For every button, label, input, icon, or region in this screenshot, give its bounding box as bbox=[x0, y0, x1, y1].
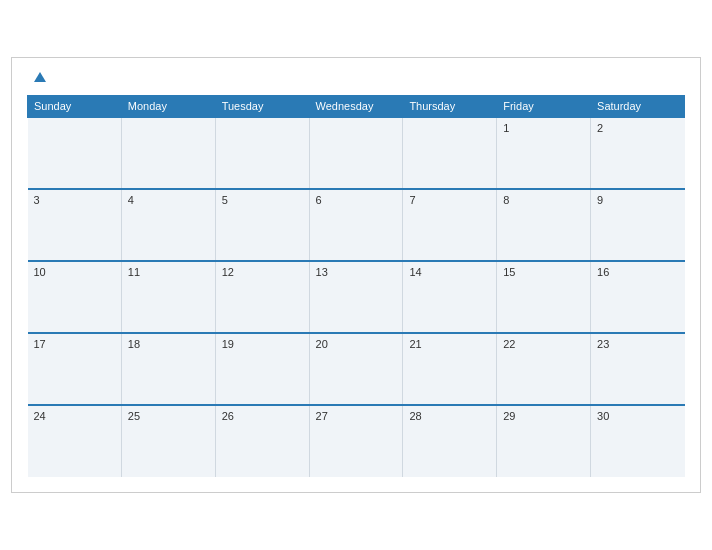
calendar-cell: 8 bbox=[497, 189, 591, 261]
calendar-cell: 7 bbox=[403, 189, 497, 261]
calendar-cell: 25 bbox=[121, 405, 215, 477]
calendar-cell: 1 bbox=[497, 117, 591, 189]
day-number: 10 bbox=[34, 266, 46, 278]
week-row-4: 17181920212223 bbox=[28, 333, 685, 405]
day-number: 2 bbox=[597, 122, 603, 134]
day-number: 29 bbox=[503, 410, 515, 422]
day-number: 5 bbox=[222, 194, 228, 206]
day-number: 23 bbox=[597, 338, 609, 350]
day-number: 16 bbox=[597, 266, 609, 278]
calendar-cell: 28 bbox=[403, 405, 497, 477]
calendar-cell: 24 bbox=[28, 405, 122, 477]
calendar-cell bbox=[28, 117, 122, 189]
calendar-cell: 12 bbox=[215, 261, 309, 333]
calendar-cell: 5 bbox=[215, 189, 309, 261]
calendar-cell: 17 bbox=[28, 333, 122, 405]
day-number: 28 bbox=[409, 410, 421, 422]
calendar-cell: 15 bbox=[497, 261, 591, 333]
day-number: 9 bbox=[597, 194, 603, 206]
calendar-cell: 6 bbox=[309, 189, 403, 261]
calendar-cell: 21 bbox=[403, 333, 497, 405]
day-number: 11 bbox=[128, 266, 140, 278]
day-number: 24 bbox=[34, 410, 46, 422]
day-number: 15 bbox=[503, 266, 515, 278]
calendar-cell: 9 bbox=[591, 189, 685, 261]
day-number: 8 bbox=[503, 194, 509, 206]
calendar-table: SundayMondayTuesdayWednesdayThursdayFrid… bbox=[27, 95, 685, 477]
calendar: SundayMondayTuesdayWednesdayThursdayFrid… bbox=[11, 57, 701, 494]
calendar-cell: 26 bbox=[215, 405, 309, 477]
calendar-cell: 23 bbox=[591, 333, 685, 405]
calendar-cell bbox=[215, 117, 309, 189]
calendar-cell bbox=[309, 117, 403, 189]
day-number: 19 bbox=[222, 338, 234, 350]
calendar-cell: 11 bbox=[121, 261, 215, 333]
day-header-friday: Friday bbox=[497, 96, 591, 118]
day-number: 3 bbox=[34, 194, 40, 206]
day-number: 4 bbox=[128, 194, 134, 206]
day-number: 12 bbox=[222, 266, 234, 278]
day-number: 22 bbox=[503, 338, 515, 350]
day-number: 7 bbox=[409, 194, 415, 206]
day-number: 27 bbox=[316, 410, 328, 422]
day-number: 17 bbox=[34, 338, 46, 350]
day-header-row: SundayMondayTuesdayWednesdayThursdayFrid… bbox=[28, 96, 685, 118]
day-number: 6 bbox=[316, 194, 322, 206]
week-row-2: 3456789 bbox=[28, 189, 685, 261]
day-header-saturday: Saturday bbox=[591, 96, 685, 118]
day-header-monday: Monday bbox=[121, 96, 215, 118]
day-number: 18 bbox=[128, 338, 140, 350]
calendar-cell: 3 bbox=[28, 189, 122, 261]
day-number: 1 bbox=[503, 122, 509, 134]
calendar-cell: 22 bbox=[497, 333, 591, 405]
day-header-thursday: Thursday bbox=[403, 96, 497, 118]
calendar-cell: 14 bbox=[403, 261, 497, 333]
calendar-cell: 2 bbox=[591, 117, 685, 189]
day-number: 26 bbox=[222, 410, 234, 422]
day-header-tuesday: Tuesday bbox=[215, 96, 309, 118]
calendar-cell bbox=[403, 117, 497, 189]
calendar-cell: 4 bbox=[121, 189, 215, 261]
day-number: 30 bbox=[597, 410, 609, 422]
week-row-3: 10111213141516 bbox=[28, 261, 685, 333]
week-row-1: 12 bbox=[28, 117, 685, 189]
day-number: 14 bbox=[409, 266, 421, 278]
week-row-5: 24252627282930 bbox=[28, 405, 685, 477]
day-header-wednesday: Wednesday bbox=[309, 96, 403, 118]
logo-triangle-icon bbox=[34, 72, 46, 82]
calendar-cell: 30 bbox=[591, 405, 685, 477]
calendar-cell bbox=[121, 117, 215, 189]
calendar-cell: 29 bbox=[497, 405, 591, 477]
calendar-cell: 10 bbox=[28, 261, 122, 333]
day-number: 25 bbox=[128, 410, 140, 422]
calendar-cell: 27 bbox=[309, 405, 403, 477]
calendar-cell: 16 bbox=[591, 261, 685, 333]
calendar-cell: 20 bbox=[309, 333, 403, 405]
calendar-thead: SundayMondayTuesdayWednesdayThursdayFrid… bbox=[28, 96, 685, 118]
day-number: 13 bbox=[316, 266, 328, 278]
day-number: 20 bbox=[316, 338, 328, 350]
calendar-body: 1234567891011121314151617181920212223242… bbox=[28, 117, 685, 477]
calendar-cell: 13 bbox=[309, 261, 403, 333]
logo bbox=[32, 68, 46, 86]
logo-line1 bbox=[32, 68, 46, 86]
day-number: 21 bbox=[409, 338, 421, 350]
calendar-cell: 18 bbox=[121, 333, 215, 405]
calendar-header bbox=[27, 68, 685, 86]
day-header-sunday: Sunday bbox=[28, 96, 122, 118]
calendar-cell: 19 bbox=[215, 333, 309, 405]
